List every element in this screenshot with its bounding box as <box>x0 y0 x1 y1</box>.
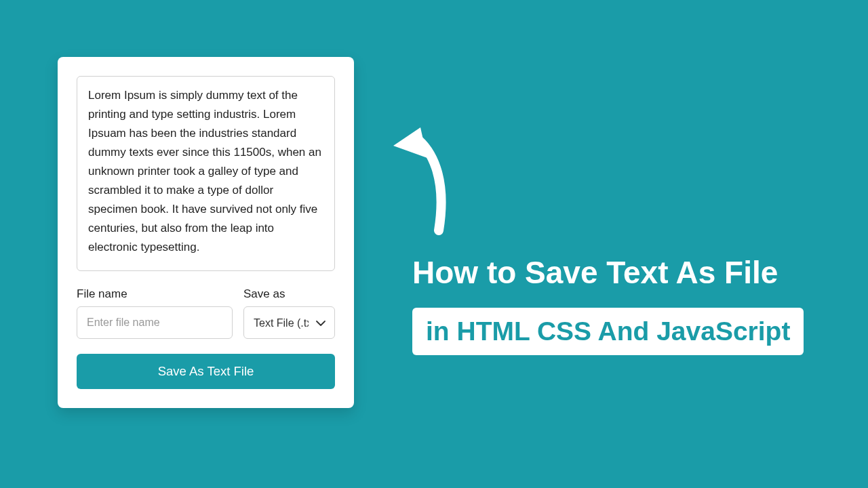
title-block: How to Save Text As File in HTML CSS And… <box>412 254 833 355</box>
saveas-select[interactable]: Text File (.txt) <box>243 306 335 339</box>
filename-label: File name <box>77 287 233 301</box>
save-button[interactable]: Save As Text File <box>77 354 335 389</box>
curved-arrow-icon <box>390 119 468 240</box>
filename-input[interactable] <box>77 306 233 339</box>
saveas-select-wrap: Text File (.txt) <box>243 306 335 339</box>
saveas-label: Save as <box>243 287 335 301</box>
title-main: How to Save Text As File <box>412 254 833 291</box>
save-file-card: File name Save as Text File (.txt) Save … <box>58 57 354 408</box>
filename-col: File name <box>77 287 233 339</box>
title-badge: in HTML CSS And JavaScript <box>412 308 804 355</box>
options-row: File name Save as Text File (.txt) <box>77 287 335 339</box>
saveas-col: Save as Text File (.txt) <box>243 287 335 339</box>
content-textarea[interactable] <box>77 76 335 271</box>
